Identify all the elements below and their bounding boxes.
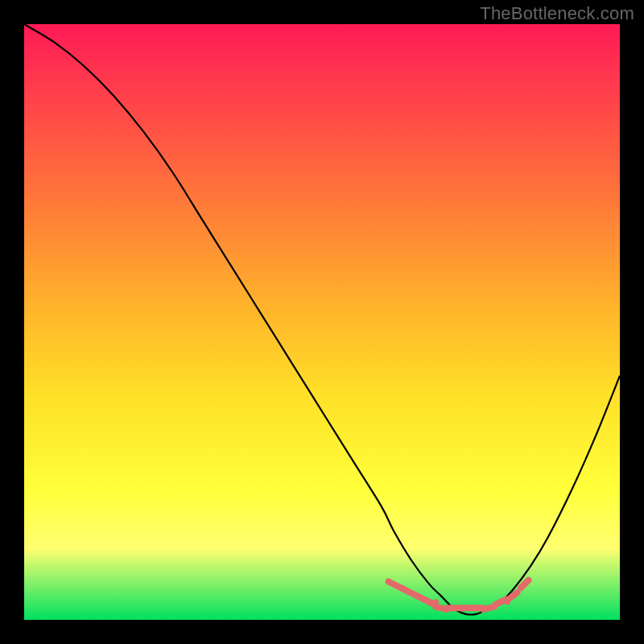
valley-marker <box>389 581 399 586</box>
watermark-text: TheBottleneck.com <box>480 3 634 24</box>
valley-marker <box>496 600 506 605</box>
chart-svg <box>24 24 620 620</box>
chart-frame: TheBottleneck.com <box>0 0 644 644</box>
plot-area <box>24 24 620 620</box>
valley-marker <box>424 600 435 605</box>
valley-marker <box>483 607 494 609</box>
valley-marker <box>400 588 411 592</box>
bottleneck-curve-path <box>24 24 620 615</box>
valley-marker <box>412 593 423 598</box>
valley-marker <box>521 580 529 588</box>
